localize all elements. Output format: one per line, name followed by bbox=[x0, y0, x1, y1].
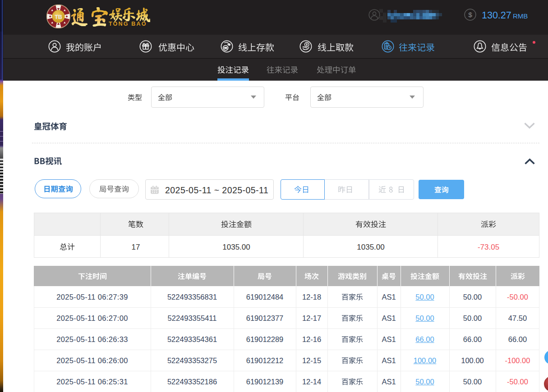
svg-text:$: $ bbox=[468, 11, 472, 18]
svg-text:TB: TB bbox=[55, 14, 62, 20]
